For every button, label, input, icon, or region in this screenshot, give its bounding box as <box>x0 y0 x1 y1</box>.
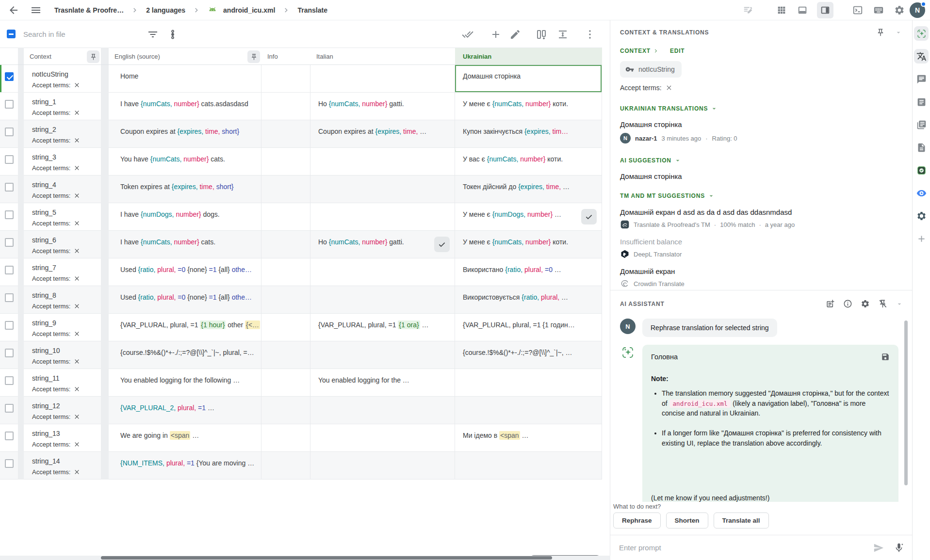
translate-all-button[interactable]: Translate all <box>714 512 769 528</box>
context-cell[interactable]: notIcuStringAccept terms: <box>24 65 101 93</box>
unpin-icon[interactable] <box>878 299 887 308</box>
column-header-info[interactable]: Info <box>261 48 310 65</box>
pin-column-icon[interactable] <box>247 50 260 63</box>
approve-translation-button[interactable] <box>581 209 597 224</box>
rail-plus-icon[interactable] <box>914 231 929 246</box>
source-cell[interactable]: I have {numCats, number} cats.asdasdasd <box>109 93 261 120</box>
approve-all-icon[interactable] <box>462 29 473 40</box>
context-cell[interactable]: string_3Accept terms: <box>24 148 101 176</box>
search-input[interactable] <box>23 27 140 41</box>
send-icon[interactable] <box>873 543 884 553</box>
ai-suggestion-text[interactable]: Домашня сторінка <box>620 172 902 180</box>
source-cell[interactable]: Used {ratio, plural, =0 {none} =1 {all} … <box>109 286 261 314</box>
shorten-button[interactable]: Shorten <box>666 512 708 528</box>
row-checkbox[interactable] <box>5 128 14 136</box>
keyboard-icon[interactable] <box>872 4 885 16</box>
info-icon[interactable] <box>843 299 852 308</box>
tm-suggestion-text[interactable]: Домашній екран <box>620 267 902 275</box>
translation-text[interactable]: Домашня сторінка <box>620 120 902 128</box>
row-height-icon[interactable] <box>557 29 569 40</box>
context-cell[interactable]: string_13Accept terms: <box>24 424 101 452</box>
add-string-icon[interactable] <box>490 29 502 40</box>
filter-icon[interactable] <box>147 29 159 40</box>
approve-translation-button[interactable] <box>434 237 450 252</box>
row-checkbox[interactable] <box>5 155 14 164</box>
breadcrumb-file[interactable]: android_icu.xml <box>223 6 275 14</box>
ukrainian-cell[interactable]: У мене є {numCats, number} коти. <box>455 231 602 258</box>
row-checkbox[interactable] <box>5 238 14 247</box>
tm-suggestion[interactable]: Домашній екранCrowdin Translate <box>620 267 902 288</box>
row-checkbox[interactable] <box>5 293 14 302</box>
settings-gear-icon[interactable] <box>893 4 906 16</box>
prompt-input[interactable] <box>619 544 873 552</box>
italian-cell[interactable]: Coupon expires at {expires, time, … <box>310 120 455 148</box>
tm-suggestion-text[interactable]: Insufficient balance <box>620 238 902 246</box>
italian-cell[interactable]: {VAR_PLURAL, plural, =1 {1 ora} … <box>310 314 455 341</box>
chat-scrollbar[interactable] <box>904 320 908 485</box>
rail-comments-icon[interactable] <box>914 72 929 86</box>
italian-cell[interactable] <box>310 65 455 93</box>
pin-column-icon[interactable] <box>87 50 99 63</box>
rail-library-icon[interactable] <box>914 117 929 132</box>
rail-dark-gear-icon[interactable] <box>914 208 929 223</box>
row-checkbox[interactable] <box>5 266 14 274</box>
italian-cell[interactable] <box>310 286 455 314</box>
source-cell[interactable]: Token expires at {expires, time, short} <box>109 176 261 203</box>
rail-qa-app-icon[interactable] <box>914 163 929 177</box>
ukrainian-cell[interactable]: {VAR_PLURAL, plural, =1 {1 годин… <box>455 314 602 341</box>
italian-cell[interactable] <box>310 148 455 176</box>
row-checkbox[interactable] <box>5 376 14 385</box>
back-icon[interactable] <box>8 4 19 16</box>
section-ukrainian-translations[interactable]: UKRAINIAN TRANSLATIONS <box>620 105 902 112</box>
context-cell[interactable]: string_7Accept terms: <box>24 258 101 286</box>
rail-file-info-icon[interactable] <box>914 140 929 155</box>
italian-cell[interactable] <box>310 258 455 286</box>
select-all-checkbox[interactable] <box>7 30 16 38</box>
source-cell[interactable]: Used {ratio, plural, =0 {none} =1 {all} … <box>109 258 261 286</box>
context-cell[interactable]: string_1Accept terms: <box>24 93 101 120</box>
save-icon[interactable] <box>881 352 890 361</box>
string-key-chip[interactable]: notIcuString <box>620 61 682 78</box>
mic-icon[interactable] <box>894 543 904 553</box>
italian-cell[interactable] <box>310 341 455 369</box>
ukrainian-cell[interactable]: Домашня сторінка <box>455 65 602 93</box>
rail-translate-icon[interactable] <box>914 49 929 64</box>
source-cell[interactable]: {VAR_PLURAL_2, plural, =1 … <box>109 397 261 424</box>
row-checkbox[interactable] <box>5 72 14 81</box>
context-cell[interactable]: string_11Accept terms: <box>24 369 101 397</box>
ukrainian-cell[interactable] <box>455 369 602 397</box>
italian-cell[interactable] <box>310 176 455 203</box>
edit-link[interactable]: EDIT <box>670 48 685 54</box>
tm-suggestion[interactable]: Insufficient balanceDeepL Translator <box>620 238 902 259</box>
source-cell[interactable]: I have {numCats, number} cats. <box>109 231 261 258</box>
breadcrumb-mode[interactable]: Translate <box>297 6 327 14</box>
italian-cell[interactable] <box>310 452 455 480</box>
ukrainian-cell[interactable]: Ми ідемо в <span … <box>455 424 602 452</box>
italian-cell[interactable]: Ho {numCats, number} gatti. <box>310 231 455 258</box>
panel-bottom-icon[interactable] <box>796 4 809 16</box>
source-cell[interactable]: {course.!$%&()*+-./:;=?@[\\]^_`|~, plura… <box>109 341 261 369</box>
row-checkbox[interactable] <box>5 100 14 109</box>
ukrainian-cell[interactable]: {course.!$%&()*+-./:;=?@[\\]^_`|~, … <box>455 341 602 369</box>
tm-suggestion-text[interactable]: Домашній екран d asd as da d asd das dda… <box>620 208 902 216</box>
collapse-icon[interactable] <box>896 300 903 308</box>
row-checkbox[interactable] <box>5 210 14 219</box>
column-header-italian[interactable]: Italian <box>310 48 455 65</box>
source-cell[interactable]: Home <box>109 65 261 93</box>
source-cell[interactable]: {NUM_ITEMS, plural, =1 {You are moving … <box>109 452 261 480</box>
column-header-context[interactable]: Context <box>24 48 101 65</box>
italian-cell[interactable]: You enabled logging for the … <box>310 369 455 397</box>
rephrase-button[interactable]: Rephrase <box>613 512 661 528</box>
breadcrumb-languages[interactable]: 2 languages <box>146 6 185 14</box>
ukrainian-cell[interactable]: Використано {ratio, plural, =0 … <box>455 258 602 286</box>
assistant-settings-icon[interactable] <box>861 299 870 308</box>
context-cell[interactable]: string_4Accept terms: <box>24 176 101 203</box>
panel-right-icon[interactable] <box>817 2 833 18</box>
avatar[interactable]: N <box>910 2 925 18</box>
scrollbar-thumb[interactable] <box>101 556 552 560</box>
more-options-icon[interactable] <box>584 29 596 40</box>
tm-suggestion[interactable]: Домашній екран d asd as da d asd das dda… <box>620 208 902 229</box>
context-cell[interactable]: string_2Accept terms: <box>24 120 101 148</box>
row-checkbox[interactable] <box>5 321 14 330</box>
source-cell[interactable]: I have {numDogs, number} dogs. <box>109 203 261 231</box>
